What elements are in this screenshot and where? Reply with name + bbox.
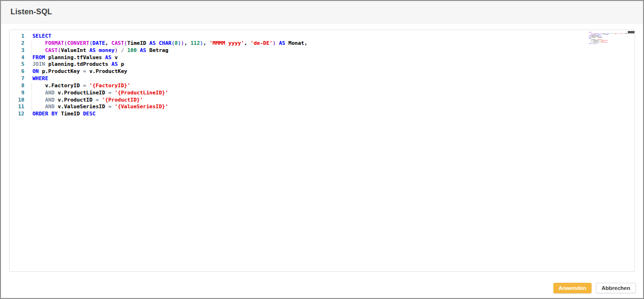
code-token xyxy=(32,47,45,53)
minimap[interactable]: SELECT FORMAT(CONVERT(DATE, CAST(TimeID … xyxy=(588,32,635,84)
code-token: AND xyxy=(45,90,55,96)
code-token: ) xyxy=(181,40,184,46)
code-token: CAST xyxy=(45,47,58,53)
code-line-text: CAST(ValueInt AS money) / 100 AS Betrag xyxy=(32,47,168,54)
code-line[interactable]: 8 v.FactoryID = '{FactoryID}' xyxy=(10,82,307,90)
line-number: 9 xyxy=(10,90,24,97)
code-token: ( xyxy=(89,40,93,46)
code-line[interactable]: 6ON p.ProductKey = v.ProductKey xyxy=(10,68,307,75)
code-line-text: AND v.ProductID = '{ProductID}' xyxy=(32,97,143,104)
code-line-text: JOIN planning.tdProducts AS p xyxy=(32,61,124,68)
code-token xyxy=(105,103,108,110)
code-token: AS xyxy=(279,40,285,46)
listen-sql-dialog: Listen-SQL 1SELECT2 FORMAT(CONVERT(DATE,… xyxy=(0,0,644,299)
code-token: ON xyxy=(32,68,39,74)
code-token xyxy=(54,97,58,103)
code-token: AS xyxy=(112,61,118,67)
code-line[interactable]: 3 CAST(ValueInt AS money) / 100 AS Betra… xyxy=(10,47,307,54)
code-token: TimeID xyxy=(127,40,146,46)
code-token: 8 xyxy=(175,40,178,46)
code-token: = xyxy=(108,103,112,110)
code-token: = xyxy=(108,90,112,96)
code-token xyxy=(108,61,112,67)
code-line[interactable]: 10 AND v.ProductID = '{ProductID}' xyxy=(10,97,307,104)
code-token: planning.tdProducts xyxy=(48,61,108,67)
line-number: 7 xyxy=(10,75,24,82)
code-token: AND xyxy=(45,97,55,103)
code-token: Betrag xyxy=(605,34,608,35)
code-token: '{ValueSeriesID}' xyxy=(601,42,608,43)
scrollbar-thumb[interactable] xyxy=(628,31,634,33)
apply-button[interactable]: Anwenden xyxy=(553,283,592,293)
code-token: AND xyxy=(45,103,55,110)
code-token: WHERE xyxy=(32,75,48,82)
code-token: , xyxy=(304,40,308,46)
code-token: AS xyxy=(105,54,111,61)
code-token: planning.tfValues xyxy=(48,54,102,61)
code-token xyxy=(206,40,209,46)
code-token xyxy=(80,68,83,74)
minimap-content: SELECT FORMAT(CONVERT(DATE, CAST(TimeID … xyxy=(588,32,631,44)
code-token: ) xyxy=(200,40,203,46)
code-token xyxy=(124,47,127,53)
code-lines[interactable]: 1SELECT2 FORMAT(CONVERT(DATE, CAST(TimeI… xyxy=(10,33,307,118)
code-token: DESC xyxy=(596,43,598,44)
code-token: p xyxy=(121,61,124,67)
code-line[interactable]: 9 AND v.ProductLineID = '{ProductLineID}… xyxy=(10,90,307,97)
code-line-text: FROM planning.tfValues AS v xyxy=(32,54,118,62)
code-line[interactable]: 2 FORMAT(CONVERT(DATE, CAST(TimeID AS CH… xyxy=(10,40,307,47)
code-token: ) xyxy=(114,47,118,53)
code-token: Betrag xyxy=(149,47,168,53)
code-token: AS xyxy=(140,47,146,53)
code-token xyxy=(80,82,83,89)
code-token: FROM xyxy=(32,54,45,61)
code-token xyxy=(285,40,289,46)
code-token: 112 xyxy=(190,40,200,46)
code-token xyxy=(48,111,52,117)
dialog-title: Listen-SQL xyxy=(10,8,52,16)
code-token xyxy=(80,111,83,117)
code-line-text: v.FactoryID = '{FactoryID}' xyxy=(32,82,130,90)
code-line[interactable]: 11 AND v.ValueSeriesID = '{ValueSeriesID… xyxy=(10,103,307,111)
line-number: 10 xyxy=(10,97,24,104)
code-token: JOIN xyxy=(32,61,45,67)
code-token: '{FactoryID}' xyxy=(89,82,130,89)
code-token: ( xyxy=(58,47,61,53)
code-token: '{ProductLineID}' xyxy=(114,90,168,96)
code-token: ( xyxy=(64,40,67,46)
code-token: CHAR xyxy=(159,40,172,46)
code-token: '{ProductID}' xyxy=(102,97,143,103)
code-line[interactable]: 7WHERE xyxy=(10,75,307,82)
code-line-text: ORDER BY TimeID DESC xyxy=(32,111,96,118)
code-line-text: ON p.ProductKey = v.ProductKey xyxy=(32,68,127,75)
code-line[interactable]: 1SELECT xyxy=(10,33,307,40)
code-token: v.ValueSeriesID xyxy=(58,103,105,110)
code-token: 100 xyxy=(127,47,137,53)
code-token: v.ProductLineID xyxy=(58,90,105,96)
line-number: 8 xyxy=(10,82,24,90)
code-token: 'de-DE' xyxy=(250,40,272,46)
line-number: 6 xyxy=(10,68,24,75)
cancel-button[interactable]: Abbrechen xyxy=(596,283,636,293)
code-line[interactable]: 12ORDER BY TimeID DESC xyxy=(10,111,307,118)
code-token: '{ValueSeriesID}' xyxy=(114,103,168,110)
code-token xyxy=(39,68,42,74)
code-token: money xyxy=(99,47,114,53)
code-line[interactable]: 5JOIN planning.tdProducts AS p xyxy=(10,61,307,68)
code-token: AS xyxy=(149,40,156,46)
line-number: 12 xyxy=(10,111,24,118)
code-token xyxy=(58,111,61,117)
code-line[interactable]: 4FROM planning.tfValues AS v xyxy=(10,54,307,62)
sql-editor[interactable]: 1SELECT2 FORMAT(CONVERT(DATE, CAST(TimeI… xyxy=(9,30,635,272)
code-token xyxy=(276,40,279,46)
code-line: ORDER BY TimeID DESC xyxy=(588,43,631,44)
code-token xyxy=(108,40,112,46)
code-token xyxy=(99,97,102,103)
code-token: SELECT xyxy=(32,33,52,39)
code-token: v xyxy=(114,54,118,61)
code-token xyxy=(32,40,45,46)
code-token: ORDER xyxy=(32,111,48,117)
code-token: ( xyxy=(124,40,127,46)
code-token: v.FactoryID xyxy=(45,82,80,89)
code-line-text: ORDER BY TimeID DESC xyxy=(589,43,598,44)
